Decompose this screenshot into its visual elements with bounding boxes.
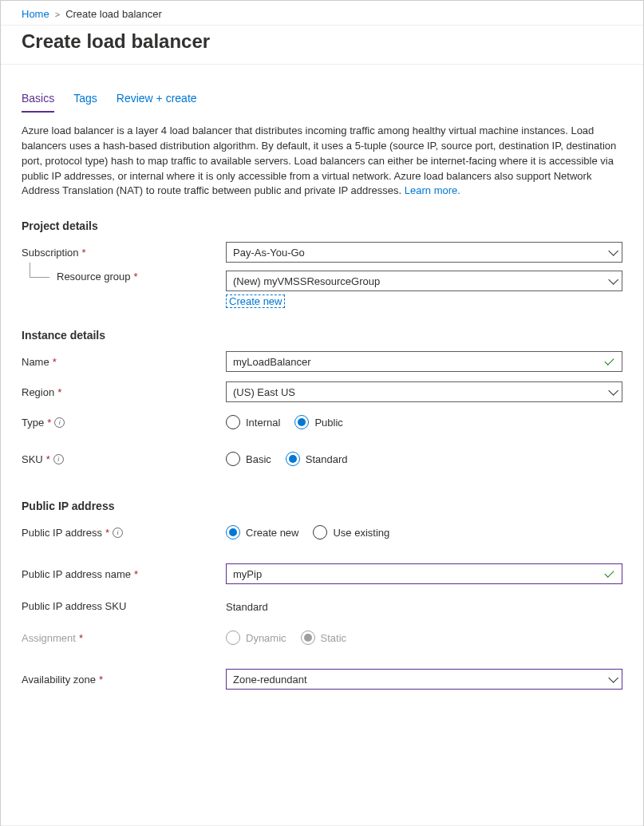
label-region: Region* bbox=[22, 386, 226, 398]
label-pip-sku: Public IP address SKU bbox=[22, 600, 226, 612]
chevron-down-icon bbox=[608, 385, 618, 396]
breadcrumb: Home > Create load balancer bbox=[1, 1, 643, 26]
label-resource-group: Resource group* bbox=[22, 271, 226, 283]
label-public-ip: Public IP address* i bbox=[22, 527, 226, 539]
radio-sku-basic[interactable]: Basic bbox=[226, 452, 271, 466]
resource-group-select[interactable]: (New) myVMSSResourceGroup bbox=[226, 271, 622, 291]
breadcrumb-current: Create load balancer bbox=[65, 8, 162, 20]
chevron-down-icon bbox=[608, 246, 618, 256]
info-icon[interactable]: i bbox=[53, 454, 64, 464]
radio-sku-standard[interactable]: Standard bbox=[286, 452, 348, 466]
subscription-select[interactable]: Pay-As-You-Go bbox=[226, 242, 622, 263]
radio-type-public[interactable]: Public bbox=[294, 415, 342, 429]
label-subscription: Subscription* bbox=[22, 247, 226, 259]
radio-assignment-dynamic: Dynamic bbox=[226, 630, 286, 645]
breadcrumb-home[interactable]: Home bbox=[22, 8, 49, 20]
name-input[interactable]: myLoadBalancer bbox=[226, 351, 622, 372]
tab-tags[interactable]: Tags bbox=[73, 87, 97, 113]
label-type: Type* i bbox=[22, 417, 226, 429]
region-select[interactable]: (US) East US bbox=[226, 381, 622, 402]
pip-name-input[interactable]: myPip bbox=[226, 563, 622, 584]
pip-sku-value: Standard bbox=[226, 599, 622, 613]
description: Azure load balancer is a layer 4 load ba… bbox=[22, 124, 622, 199]
radio-type-internal[interactable]: Internal bbox=[226, 415, 280, 429]
page-title: Create load balancer bbox=[1, 26, 643, 65]
section-public-ip: Public IP address bbox=[22, 500, 622, 512]
section-project-details: Project details bbox=[22, 219, 622, 232]
chevron-down-icon bbox=[608, 275, 618, 285]
info-icon[interactable]: i bbox=[113, 528, 123, 538]
radio-assignment-static: Static bbox=[301, 630, 347, 645]
section-instance-details: Instance details bbox=[22, 329, 622, 342]
tabs: Basics Tags Review + create bbox=[22, 87, 622, 113]
info-icon[interactable]: i bbox=[54, 417, 65, 428]
radio-pip-create-new[interactable]: Create new bbox=[226, 525, 298, 539]
learn-more-link[interactable]: Learn more. bbox=[405, 184, 460, 196]
label-sku: SKU* i bbox=[22, 453, 226, 465]
label-pip-name: Public IP address name* bbox=[22, 568, 226, 580]
label-name: Name* bbox=[22, 356, 226, 368]
radio-pip-use-existing[interactable]: Use existing bbox=[313, 525, 389, 539]
availability-zone-select[interactable]: Zone-redundant bbox=[226, 669, 622, 690]
label-availability-zone: Availability zone* bbox=[22, 674, 226, 686]
tab-review-create[interactable]: Review + create bbox=[117, 87, 197, 113]
tab-basics[interactable]: Basics bbox=[22, 87, 54, 113]
chevron-down-icon bbox=[608, 673, 618, 683]
label-assignment: Assignment* bbox=[22, 632, 226, 644]
chevron-right-icon: > bbox=[55, 10, 60, 19]
create-new-resource-group-link[interactable]: Create new bbox=[226, 294, 285, 308]
